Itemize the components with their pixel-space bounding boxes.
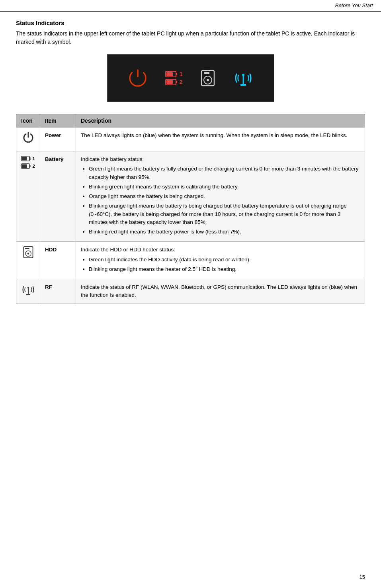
col-header-desc: Description xyxy=(76,114,365,127)
battery-bullet-1: Green light means the battery is fully c… xyxy=(89,165,360,181)
hdd-table-icon xyxy=(21,246,35,261)
svg-rect-21 xyxy=(22,164,27,168)
svg-rect-25 xyxy=(25,248,29,249)
rf-icon-cell xyxy=(16,279,40,304)
svg-rect-17 xyxy=(29,157,31,160)
battery-bullet-5: Blinking red light means the battery pow… xyxy=(89,228,360,236)
indicator-rf-icon xyxy=(233,68,253,88)
battery-item-cell: Battery xyxy=(40,151,76,242)
svg-rect-12 xyxy=(204,72,209,74)
hdd-icon-cell xyxy=(16,242,40,279)
svg-point-14 xyxy=(242,74,244,76)
svg-rect-8 xyxy=(166,80,173,84)
rf-table-icon xyxy=(21,283,35,298)
power-desc-cell: The LED always lights on (blue) when the… xyxy=(76,127,365,151)
battery-table-icon: 1 2 xyxy=(21,155,35,169)
svg-rect-4 xyxy=(176,73,177,75)
svg-rect-7 xyxy=(176,81,177,83)
indicator-power-icon xyxy=(128,68,148,88)
table-row-hdd: HDD Indicate the HDD or HDD heater statu… xyxy=(16,242,365,279)
hdd-bullet-2: Blinking orange light means the heater o… xyxy=(89,265,360,273)
intro-paragraph: The status indicators in the upper left … xyxy=(16,29,365,46)
svg-rect-5 xyxy=(166,72,173,76)
svg-point-27 xyxy=(27,287,29,288)
page-content: Status Indicators The status indicators … xyxy=(0,12,381,320)
indicator-image-container: 1 2 xyxy=(16,54,365,102)
rf-item-cell: RF xyxy=(40,279,76,304)
hdd-desc-cell: Indicate the HDD or HDD heater status: G… xyxy=(76,242,365,279)
svg-rect-18 xyxy=(22,157,27,161)
battery-bullet-2: Blinking green light means the system is… xyxy=(89,183,360,191)
battery-bullet-list: Green light means the battery is fully c… xyxy=(89,165,360,236)
power-icon-cell xyxy=(16,127,40,151)
svg-point-24 xyxy=(27,253,29,255)
svg-point-11 xyxy=(207,79,209,81)
battery-desc-cell: Indicate the battery status: Green light… xyxy=(76,151,365,242)
col-header-item: Item xyxy=(40,114,76,127)
status-indicators-table: Icon Item Description Power Th xyxy=(16,114,365,304)
indicator-battery-group: 1 2 xyxy=(165,71,183,85)
indicator-battery2: 2 xyxy=(165,79,183,85)
power-table-icon xyxy=(21,131,35,147)
table-row-power: Power The LED always lights on (blue) wh… xyxy=(16,127,365,151)
header-title: Before You Start xyxy=(335,2,373,8)
rf-desc-cell: Indicate the status of RF (WLAN, WWAN, B… xyxy=(76,279,365,304)
table-row-battery: 1 2 Battery xyxy=(16,151,365,242)
hdd-bullet-list: Green light indicates the HDD activity (… xyxy=(89,256,360,274)
section-title: Status Indicators xyxy=(16,20,365,26)
svg-rect-28 xyxy=(26,294,30,295)
battery-bullet-4: Blinking orange light means the battery … xyxy=(89,202,360,226)
indicator-battery1: 1 xyxy=(165,71,183,77)
battery-icon-cell: 1 2 xyxy=(16,151,40,242)
battery-bullet-3: Orange light means the battery is being … xyxy=(89,192,360,200)
svg-rect-15 xyxy=(240,84,246,86)
page-number: 15 xyxy=(360,574,365,580)
page-header: Before You Start xyxy=(0,0,381,12)
hdd-item-cell: HDD xyxy=(40,242,76,279)
col-header-icon: Icon xyxy=(16,114,40,127)
table-row-rf: RF Indicate the status of RF (WLAN, WWAN… xyxy=(16,279,365,304)
table-header-row: Icon Item Description xyxy=(16,114,365,127)
indicator-hdd-icon xyxy=(200,68,216,88)
indicator-image-box: 1 2 xyxy=(107,54,274,102)
svg-rect-20 xyxy=(29,165,31,167)
hdd-bullet-1: Green light indicates the HDD activity (… xyxy=(89,256,360,264)
power-item-cell: Power xyxy=(40,127,76,151)
